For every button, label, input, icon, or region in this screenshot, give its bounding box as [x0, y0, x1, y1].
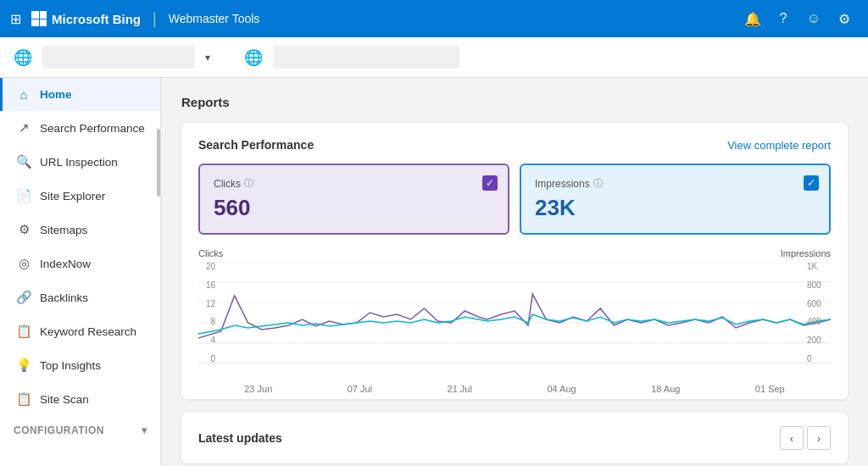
- sidebar-item-top-insights[interactable]: 💡 Top Insights: [0, 348, 160, 382]
- sidebar-item-label: IndexNow: [40, 258, 91, 270]
- sidebar-section-configuration[interactable]: Configuration ▾: [0, 416, 160, 441]
- link-icon: 🔗: [16, 290, 31, 305]
- sidebar-item-label: Site Explorer: [40, 190, 105, 202]
- site-selector-2[interactable]: [273, 46, 459, 69]
- grid-icon[interactable]: ⊞: [10, 11, 21, 27]
- sidebar-item-label: Sitemaps: [40, 224, 87, 236]
- clicks-line: [198, 294, 831, 338]
- configuration-chevron: ▾: [142, 424, 147, 436]
- x-label-3: 04 Aug: [547, 384, 576, 394]
- sidebar-item-label: Top Insights: [40, 359, 101, 372]
- x-label-4: 18 Aug: [651, 384, 680, 394]
- chart-x-labels: 23 Jun 07 Jul 21 Jul 04 Aug 18 Aug 01 Se…: [198, 384, 831, 394]
- sidebar-item-url-inspection[interactable]: 🔍 URL Inspection: [0, 145, 160, 179]
- help-icon[interactable]: ?: [770, 5, 797, 32]
- x-label-1: 07 Jul: [348, 384, 372, 394]
- topbar-separator: |: [153, 10, 157, 28]
- clicks-metric-box: Clicks ⓘ 560 ✓: [198, 164, 509, 235]
- sidebar-item-label: URL Inspection: [40, 156, 118, 169]
- impressions-info-icon[interactable]: ⓘ: [593, 177, 603, 190]
- clicks-value: 560: [214, 195, 494, 221]
- scan-icon: 📋: [16, 391, 31, 407]
- app-name: Microsoft Bing: [52, 12, 141, 26]
- clicks-info-icon[interactable]: ⓘ: [244, 177, 253, 190]
- sidebar-item-label: Home: [40, 88, 72, 101]
- sidebar-item-label: Search Performance: [40, 122, 145, 135]
- sitemap-icon: ⚙: [16, 222, 31, 237]
- impressions-value: 23K: [535, 195, 815, 221]
- chart-area: 20 16 12 8 4 0: [198, 262, 831, 380]
- search-performance-card: Search Performance View complete report …: [181, 123, 848, 399]
- windows-icon: [31, 11, 47, 26]
- chevron-down-icon[interactable]: ▾: [205, 52, 210, 64]
- trending-icon: ↗: [16, 120, 31, 136]
- impressions-line: [198, 314, 831, 334]
- impressions-label: Impressions ⓘ: [535, 177, 815, 190]
- sp-card-header: Search Performance View complete report: [198, 138, 831, 152]
- clicks-checkbox[interactable]: ✓: [482, 175, 498, 191]
- sidebar: ⌂ Home ↗ Search Performance 🔍 URL Inspec…: [0, 78, 161, 466]
- chart-y-axis-left: 20 16 12 8 4 0: [198, 262, 215, 363]
- page-title: Reports: [181, 95, 848, 109]
- keyword-icon: 📋: [16, 324, 31, 339]
- impressions-metric-box: Impressions ⓘ 23K ✓: [520, 164, 831, 235]
- app-logo: Microsoft Bing: [31, 11, 141, 26]
- latest-updates-title: Latest updates: [198, 431, 282, 445]
- metric-boxes: Clicks ⓘ 560 ✓ Impressions ⓘ 23K ✓: [198, 164, 831, 235]
- sidebar-item-label: Backlinks: [40, 291, 88, 304]
- insights-icon: 💡: [16, 358, 31, 373]
- chart-y-axis-right: 1K 800 600 400 200 0: [807, 262, 831, 363]
- sidebar-scrollbar[interactable]: [157, 129, 160, 197]
- sidebar-item-label: Site Scan: [40, 393, 89, 406]
- settings-icon[interactable]: ⚙: [831, 5, 858, 32]
- sidebar-item-keyword-research[interactable]: 📋 Keyword Research: [0, 314, 160, 348]
- file-icon: 📄: [16, 188, 31, 203]
- tool-name: Webmaster Tools: [169, 12, 260, 25]
- sidebar-item-label: Keyword Research: [40, 325, 136, 338]
- urlbar: 🌐 ▾ 🌐: [0, 37, 868, 78]
- clicks-label: Clicks ⓘ: [214, 177, 494, 190]
- chart-svg: [198, 262, 831, 363]
- chart-labels-top: Clicks Impressions: [198, 248, 831, 258]
- topbar: ⊞ Microsoft Bing | Webmaster Tools 🔔 ? ☺…: [0, 0, 868, 37]
- site-selector-1[interactable]: [42, 46, 195, 69]
- sidebar-item-home[interactable]: ⌂ Home: [0, 78, 160, 111]
- topbar-icons: 🔔 ? ☺ ⚙: [739, 5, 858, 32]
- sidebar-item-backlinks[interactable]: 🔗 Backlinks: [0, 280, 160, 314]
- sidebar-item-site-scan[interactable]: 📋 Site Scan: [0, 382, 160, 416]
- sidebar-item-search-performance[interactable]: ↗ Search Performance: [0, 111, 160, 145]
- content-area: Reports Search Performance View complete…: [161, 78, 868, 466]
- nav-arrows: ‹ ›: [780, 426, 831, 450]
- indexnow-icon: ◎: [16, 256, 31, 271]
- configuration-label: Configuration: [14, 424, 104, 436]
- user-icon[interactable]: ☺: [800, 5, 827, 32]
- prev-arrow[interactable]: ‹: [780, 426, 804, 450]
- latest-updates-card: Latest updates ‹ ›: [181, 413, 848, 463]
- chart-right-label: Impressions: [781, 248, 831, 258]
- sidebar-item-site-explorer[interactable]: 📄 Site Explorer: [0, 179, 160, 213]
- chart-container: Clicks Impressions 20 16 12 8 4 0: [198, 248, 831, 384]
- view-complete-report-link[interactable]: View complete report: [727, 139, 831, 152]
- sidebar-item-sitemaps[interactable]: ⚙ Sitemaps: [0, 213, 160, 247]
- sp-card-title: Search Performance: [198, 138, 314, 152]
- impressions-checkbox[interactable]: ✓: [804, 175, 819, 191]
- globe-icon-2: 🌐: [244, 48, 263, 67]
- globe-icon-1: 🌐: [14, 48, 32, 67]
- search-icon: 🔍: [16, 154, 31, 169]
- chart-left-label: Clicks: [198, 248, 223, 258]
- home-icon: ⌂: [16, 87, 31, 102]
- x-label-5: 01 Sep: [755, 384, 785, 394]
- x-label-0: 23 Jun: [244, 384, 272, 394]
- main-layout: ⌂ Home ↗ Search Performance 🔍 URL Inspec…: [0, 78, 868, 466]
- latest-updates-header: Latest updates ‹ ›: [198, 426, 831, 450]
- sidebar-item-indexnow[interactable]: ◎ IndexNow: [0, 247, 160, 280]
- next-arrow[interactable]: ›: [807, 426, 831, 450]
- bell-icon[interactable]: 🔔: [739, 5, 766, 32]
- x-label-2: 21 Jul: [448, 384, 472, 394]
